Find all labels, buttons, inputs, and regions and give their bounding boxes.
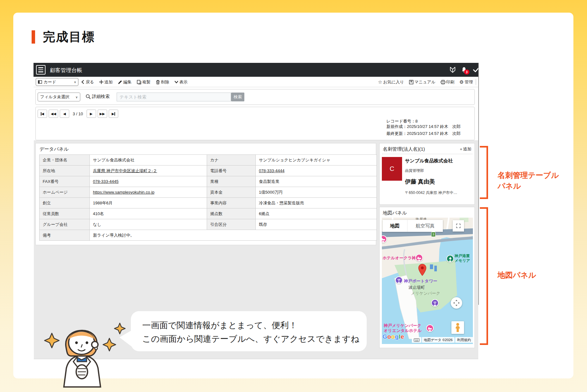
keyboard-shortcuts-button[interactable] [412, 337, 421, 343]
view-toggle-button[interactable]: 表示 [174, 79, 187, 85]
beginner-mark-icon[interactable] [449, 66, 456, 74]
fax-link[interactable]: 078-333-4445 [90, 176, 207, 187]
field-label: グループ会社 [40, 219, 90, 230]
satellite-tab[interactable]: 航空写真 [407, 220, 443, 232]
map-hotel-okura-label[interactable]: ホテルオークラ神戸 [382, 255, 420, 261]
card-company-name[interactable]: サンプル食品株式会社 [405, 158, 453, 164]
view-select[interactable]: カード ∨ [36, 78, 78, 86]
manual-button[interactable]: マニュアル [409, 79, 436, 85]
record-navigation-panel: ◀ ◀◀ ◀ 3 / 10 ▶ ▶▶ ▶ レコード番号：8 新規作成：2025/… [35, 107, 475, 140]
record-field-table: 企業・団体名 サンプル食品株式会社 カナ サンプルショクヒンカブシキガイシャ 所… [39, 154, 377, 241]
record-position: 3 / 10 [71, 112, 85, 116]
chevron-down-icon [174, 81, 178, 83]
map-type-control: 地図 航空写真 [382, 220, 443, 232]
presenter-illustration [42, 314, 135, 388]
homepage-link[interactable]: https://www.samplesyokuhin.co.jp [90, 187, 207, 198]
terms-link[interactable]: 利用規約 [455, 337, 473, 343]
data-panel-title: データパネル [40, 146, 69, 152]
map-panel-annotation: 地図パネル [498, 270, 536, 280]
hotel-pin-icon[interactable] [426, 324, 434, 332]
map-oriental-hotel-label[interactable]: 神戸メリケンパーク オリエンタルホテル [384, 323, 422, 333]
duplicate-button[interactable]: 複製 [137, 79, 150, 85]
field-label: ホームページ [40, 187, 90, 198]
back-button[interactable]: 戻る [81, 79, 94, 85]
search-icon [86, 94, 91, 99]
data-panel: データパネル 企業・団体名 サンプル食品株式会社 カナ サンプルショクヒンカブシ… [35, 143, 376, 245]
field-value: 6拠点 [256, 208, 377, 219]
fast-prev-button[interactable]: ◀◀ [49, 110, 58, 118]
record-created: 新規作成：2025/10/27 14:57 鈴木 次郎 [386, 124, 461, 129]
map-meriken-park-label: メリケンパーク [411, 291, 440, 296]
card-panel-annotation: 名刺管理テーブル パネル [498, 170, 559, 191]
map-data-label: 地図データ ©2026 [422, 337, 455, 343]
search-input[interactable] [117, 93, 231, 101]
toolbar: カード ∨ 戻る 追加 編集 複製 削除 [34, 77, 479, 87]
field-value: 既存 [256, 219, 377, 230]
toolbar-right-buttons: ☆ お気に入り マニュアル 印刷 ⚙ 管理 [378, 77, 473, 87]
field-value: 1億5000万円 [256, 187, 377, 198]
fullscreen-button[interactable] [453, 220, 464, 232]
field-value: サンプルショクヒンカブシキガイシャ [256, 155, 377, 166]
filter-select[interactable]: フィルタ未選択 ∨ [38, 93, 80, 101]
notification-badge: 3 [464, 69, 469, 75]
field-label: 備考 [40, 230, 90, 241]
next-record-button[interactable]: ▶ [87, 110, 96, 118]
field-label: 創立 [40, 198, 90, 208]
delete-button[interactable]: 削除 [156, 79, 169, 85]
star-icon: ☆ [378, 79, 382, 85]
google-logo[interactable]: Google [382, 333, 404, 340]
plus-icon: ＋ [459, 147, 463, 151]
map-port-tower-label[interactable]: 神戸ポートタワー [404, 278, 437, 284]
keyboard-icon [414, 338, 419, 342]
kebab-menu-icon[interactable] [499, 66, 503, 74]
field-label: 拠点数 [207, 208, 256, 219]
map-hatoba-cho-label: 波止場町 [408, 285, 425, 290]
fast-next-button[interactable]: ▶▶ [98, 110, 107, 118]
chevron-down-icon: ∨ [74, 80, 76, 84]
favorite-button[interactable]: ☆ お気に入り [378, 79, 404, 85]
park-pin-icon[interactable] [446, 255, 454, 262]
google-map[interactable]: 海岸通 地図 航空写真 3 ホテルオークラ神戸 [382, 218, 473, 344]
card-panel-divider [382, 154, 473, 154]
card-panel-title: 名刺管理(法人名)(1) [383, 146, 425, 152]
toolbar-left-buttons: 戻る 追加 編集 複製 削除 表示 [81, 77, 187, 87]
copy-icon [137, 80, 141, 84]
hotel-pin-icon[interactable] [415, 254, 423, 262]
print-button[interactable]: 印刷 [441, 79, 455, 85]
phone-link[interactable]: 078-333-4444 [256, 166, 377, 176]
printer-icon [441, 80, 445, 84]
hamburger-menu-icon[interactable] [36, 65, 46, 75]
window-right-border [478, 63, 479, 305]
pan-control[interactable] [451, 297, 462, 309]
map-tab[interactable]: 地図 [382, 220, 407, 232]
page-title: 完成目標 [43, 28, 95, 45]
trash-icon [156, 80, 160, 84]
last-record-button[interactable]: ▶ [109, 110, 118, 118]
prev-record-button[interactable]: ◀ [60, 110, 69, 118]
admin-button[interactable]: ⚙ 管理 [460, 79, 473, 85]
field-label: カナ [207, 155, 256, 166]
search-button[interactable]: 検索 [231, 93, 244, 101]
map-panel: 地図パネル 海岸通 [379, 207, 475, 348]
company-logo: C [382, 157, 402, 181]
address-link[interactable]: 兵庫県 神戸市中央区波止場町２-２ [90, 166, 207, 176]
fullscreen-icon [456, 223, 461, 229]
speech-bubble-text: 一画面で関連情報がまとまって、便利！ この画面から関連テーブルへ、すぐアクセスで… [142, 319, 359, 346]
red-marker-icon[interactable] [418, 264, 427, 276]
map-panel-bracket [480, 207, 488, 345]
home-icon[interactable] [484, 66, 492, 74]
card-department: 品質管理部 [405, 168, 424, 173]
card-add-button[interactable]: ＋追加 [459, 146, 471, 152]
pegman-control[interactable] [451, 321, 464, 334]
attraction-pin-icon[interactable] [431, 299, 439, 307]
record-updated: 最終更新：2025/10/27 14:57 鈴木 次郎 [386, 131, 461, 136]
advanced-search-button[interactable]: 詳細検索 [86, 94, 110, 100]
edit-button[interactable]: 編集 [118, 79, 131, 85]
add-button[interactable]: 追加 [99, 79, 113, 85]
card-person-name[interactable]: 伊藤 真由美 [405, 178, 435, 185]
map-memorial-label[interactable]: 神戸港震 メモリア [455, 254, 470, 263]
attraction-pin-icon[interactable] [395, 276, 403, 284]
first-record-button[interactable]: ◀ [38, 110, 47, 118]
field-label: 所在地 [40, 166, 90, 176]
field-value: なし [90, 219, 207, 230]
